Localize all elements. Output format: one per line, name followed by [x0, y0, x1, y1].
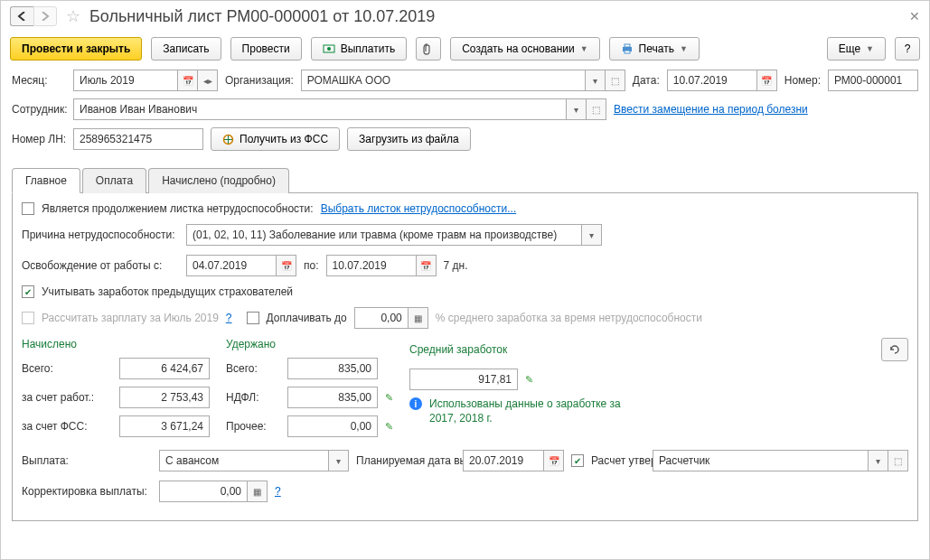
plan-date-field[interactable]: 20.07.2019 — [463, 450, 544, 471]
pay-button[interactable]: Выплатить — [311, 37, 408, 61]
ndfl-label: НДФЛ: — [226, 391, 280, 404]
days-label: 7 дн. — [444, 259, 468, 272]
dropdown-icon[interactable]: ▾ — [869, 450, 888, 471]
save-button[interactable]: Записать — [151, 37, 221, 61]
help-button[interactable]: ? — [895, 37, 920, 61]
post-and-close-button[interactable]: Провести и закрыть — [10, 37, 142, 61]
ln-label: Номер ЛН: — [12, 133, 66, 145]
previous-insurers-checkbox[interactable]: ✔ — [22, 285, 34, 298]
fss-cost-field[interactable]: 3 671,24 — [119, 415, 210, 437]
load-from-file-button[interactable]: Загрузить из файла — [347, 127, 471, 151]
calendar-icon[interactable]: 📅 — [277, 255, 296, 276]
topup-field[interactable]: 0,00 — [354, 307, 409, 329]
continuation-label: Является продолжением листка нетрудоспос… — [42, 202, 314, 215]
approver-field[interactable]: Расчетчик — [653, 450, 869, 471]
tab-detail[interactable]: Начислено (подробно) — [148, 168, 289, 193]
recalc-label: Рассчитать зарплату за Июль 2019 — [42, 312, 219, 324]
continuation-checkbox[interactable] — [22, 202, 34, 215]
svg-point-1 — [327, 47, 331, 51]
post-button[interactable]: Провести — [230, 37, 302, 61]
printer-icon — [621, 43, 634, 54]
stepper-icon[interactable]: ◂▸ — [198, 70, 218, 91]
get-from-fss-button[interactable]: Получить из ФСС — [211, 127, 340, 151]
substitution-link[interactable]: Ввести замещение на период болезни — [614, 103, 808, 116]
employer-cost-label: за счет работ.: — [22, 391, 112, 404]
refresh-icon — [888, 343, 901, 356]
tab-main[interactable]: Главное — [12, 168, 80, 193]
more-button[interactable]: Еще▼ — [827, 37, 886, 61]
paperclip-icon — [422, 42, 435, 55]
other-field[interactable]: 0,00 — [287, 415, 378, 437]
ln-number-field[interactable]: 258965321475 — [73, 128, 203, 150]
reason-label: Причина нетрудоспособности: — [22, 229, 179, 241]
pencil-icon[interactable]: ✎ — [525, 374, 533, 386]
open-icon[interactable]: ⬚ — [888, 450, 908, 471]
avg-earnings-field[interactable]: 917,81 — [409, 369, 518, 390]
correction-help-link[interactable]: ? — [275, 485, 281, 498]
dropdown-icon[interactable]: ▾ — [586, 70, 606, 91]
money-icon — [323, 43, 335, 54]
close-icon[interactable]: ✕ — [909, 9, 920, 23]
recalc-help-link[interactable]: ? — [226, 312, 232, 324]
previous-insurers-label: Учитывать заработок предыдущих страховат… — [42, 285, 293, 298]
topup-checkbox[interactable] — [247, 312, 259, 324]
payout-label: Выплата: — [22, 454, 152, 467]
employee-field[interactable]: Иванов Иван Иванович — [73, 98, 567, 120]
date-field[interactable]: 10.07.2019 — [667, 70, 757, 91]
attach-button[interactable] — [416, 37, 441, 61]
fss-cost-label: за счет ФСС: — [22, 420, 112, 433]
org-label: Организация: — [225, 74, 294, 87]
month-field[interactable]: Июль 2019 — [73, 70, 178, 91]
employer-cost-field[interactable]: 2 753,43 — [119, 387, 210, 408]
payout-field[interactable]: С авансом — [159, 450, 329, 471]
calc-icon[interactable]: ▦ — [409, 307, 428, 329]
plan-date-label: Планируемая дата выплаты: — [356, 454, 456, 467]
withheld-header: Удержано — [226, 338, 393, 350]
withheld-total-field[interactable]: 835,00 — [287, 358, 378, 379]
dropdown-icon[interactable]: ▾ — [329, 450, 349, 471]
caret-down-icon: ▼ — [580, 44, 588, 53]
approved-label: Расчет утвердил — [591, 454, 645, 467]
svg-rect-4 — [625, 51, 630, 53]
correction-label: Корректировка выплаты: — [22, 485, 152, 498]
accrued-total-field[interactable]: 6 424,67 — [119, 358, 210, 379]
tab-payment[interactable]: Оплата — [82, 168, 146, 193]
ndfl-field[interactable]: 835,00 — [287, 387, 378, 408]
open-icon[interactable]: ⬚ — [587, 98, 606, 120]
topup-suffix: % среднего заработка за время нетрудоспо… — [436, 312, 702, 324]
nav-back[interactable] — [10, 6, 33, 26]
reason-field[interactable]: (01, 02, 10, 11) Заболевание или травма … — [186, 224, 582, 246]
calendar-icon[interactable]: 📅 — [178, 70, 198, 91]
calendar-icon[interactable]: 📅 — [417, 255, 437, 276]
number-field[interactable]: РМ00-000001 — [828, 70, 918, 91]
org-field[interactable]: РОМАШКА ООО — [301, 70, 586, 91]
caret-down-icon: ▼ — [866, 44, 874, 53]
caret-down-icon: ▼ — [680, 44, 688, 53]
print-button[interactable]: Печать▼ — [609, 37, 700, 61]
globe-icon — [222, 134, 234, 145]
dropdown-icon[interactable]: ▾ — [582, 224, 602, 246]
pencil-icon[interactable]: ✎ — [385, 421, 393, 433]
favorite-star-icon[interactable]: ☆ — [66, 6, 80, 26]
open-icon[interactable]: ⬚ — [606, 70, 625, 91]
svg-rect-3 — [625, 44, 630, 47]
create-based-on-button[interactable]: Создать на основании▼ — [450, 37, 599, 61]
info-icon: i — [409, 397, 422, 410]
release-to-field[interactable]: 10.07.2019 — [326, 255, 417, 276]
calc-icon[interactable]: ▦ — [248, 481, 268, 502]
nav-forward[interactable] — [33, 6, 57, 26]
month-label: Месяц: — [12, 74, 66, 87]
dropdown-icon[interactable]: ▾ — [567, 98, 587, 120]
release-from-field[interactable]: 04.07.2019 — [186, 255, 277, 276]
correction-field[interactable]: 0,00 — [159, 481, 248, 502]
select-sheet-link[interactable]: Выбрать листок нетрудоспособности... — [321, 202, 517, 215]
employee-label: Сотрудник: — [12, 103, 66, 116]
calendar-icon[interactable]: 📅 — [544, 450, 564, 471]
refresh-button[interactable] — [881, 338, 908, 361]
calendar-icon[interactable]: 📅 — [757, 70, 777, 91]
total-label: Всего: — [22, 362, 112, 375]
pencil-icon[interactable]: ✎ — [385, 392, 393, 404]
recalc-checkbox — [22, 312, 34, 324]
approved-checkbox[interactable]: ✔ — [571, 454, 584, 467]
date-label: Дата: — [633, 74, 660, 87]
